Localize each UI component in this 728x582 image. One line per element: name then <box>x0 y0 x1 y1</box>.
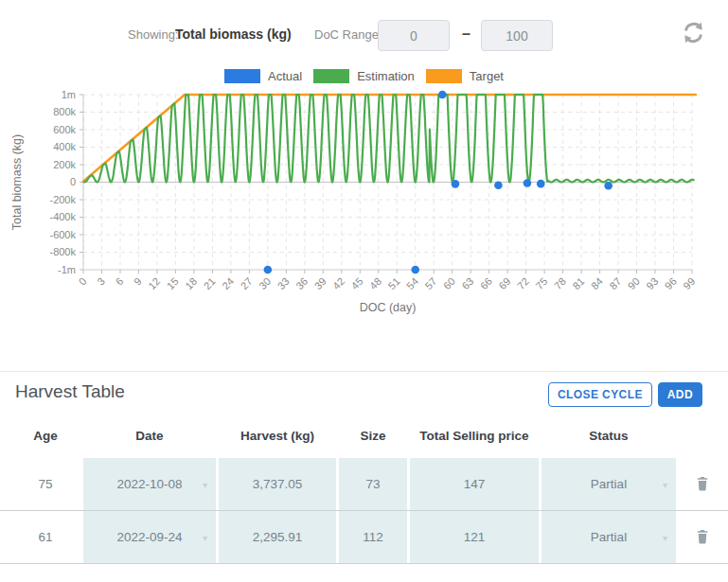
dropdown-caret-icon: ▾ <box>203 532 207 542</box>
svg-text:48: 48 <box>367 275 383 291</box>
svg-text:51: 51 <box>386 275 402 291</box>
svg-text:200k: 200k <box>53 159 76 170</box>
svg-text:Total biomass (kg): Total biomass (kg) <box>10 134 24 230</box>
chart-legend: Actual Estimation Target <box>0 69 728 83</box>
doc-range-to-input[interactable] <box>481 20 553 51</box>
add-button[interactable]: ADD <box>658 382 702 407</box>
svg-text:30: 30 <box>257 275 273 291</box>
biomass-chart: 0369121518212427303336394245485154576063… <box>0 87 728 324</box>
svg-text:1m: 1m <box>62 89 76 100</box>
legend-swatch-target <box>426 69 462 83</box>
header-total-selling-price: Total Selling price <box>410 414 539 458</box>
header-harvest: Harvest (kg) <box>219 414 336 458</box>
svg-text:800k: 800k <box>53 106 76 117</box>
svg-text:84: 84 <box>589 275 605 291</box>
svg-text:6: 6 <box>114 275 126 288</box>
svg-text:78: 78 <box>552 275 568 291</box>
table-header-row: Age Date Harvest (kg) Size Total Selling… <box>0 414 728 458</box>
svg-text:600k: 600k <box>53 124 76 135</box>
header-size: Size <box>339 414 407 458</box>
close-cycle-button[interactable]: CLOSE CYCLE <box>548 382 652 407</box>
svg-text:42: 42 <box>330 275 346 291</box>
svg-text:90: 90 <box>626 275 642 291</box>
legend-swatch-estimation <box>313 69 349 83</box>
header-age: Age <box>15 414 76 458</box>
dropdown-caret-icon: ▾ <box>203 479 207 489</box>
svg-text:99: 99 <box>681 275 697 291</box>
svg-text:-800k: -800k <box>49 246 76 257</box>
cell-size: 73 <box>339 458 407 510</box>
header-date: Date <box>83 414 216 458</box>
svg-text:93: 93 <box>644 275 660 291</box>
svg-text:60: 60 <box>441 275 457 291</box>
cell-total-selling-price: 121 <box>410 511 539 563</box>
section-divider <box>0 371 728 372</box>
svg-text:-200k: -200k <box>49 194 76 205</box>
svg-text:12: 12 <box>146 275 162 291</box>
svg-text:-400k: -400k <box>49 211 76 222</box>
trash-icon <box>694 474 711 493</box>
dropdown-caret-icon: ▾ <box>663 479 667 489</box>
delete-row-button[interactable] <box>693 527 712 548</box>
svg-text:69: 69 <box>496 275 512 291</box>
cell-total-selling-price: 147 <box>410 458 539 510</box>
svg-text:66: 66 <box>478 275 494 291</box>
showing-value: Total biomass (kg) <box>175 26 292 42</box>
legend-item-estimation: Estimation <box>313 69 415 83</box>
svg-text:45: 45 <box>349 275 365 291</box>
table-row: 75 2022-10-08▾ 3,737.05 73 147 Partial▾ <box>0 458 728 511</box>
legend-swatch-actual <box>224 69 260 83</box>
legend-label-target: Target <box>470 69 504 83</box>
harvest-actions: CLOSE CYCLE ADD <box>548 382 702 407</box>
svg-text:63: 63 <box>459 275 475 291</box>
range-dash: – <box>462 26 471 43</box>
harvest-table: Age Date Harvest (kg) Size Total Selling… <box>0 414 728 564</box>
doc-range-from-input[interactable] <box>378 20 450 51</box>
svg-text:81: 81 <box>570 275 586 291</box>
svg-text:400k: 400k <box>53 141 76 152</box>
svg-text:39: 39 <box>312 275 328 291</box>
svg-text:9: 9 <box>132 275 144 288</box>
svg-text:-1m: -1m <box>58 264 76 275</box>
svg-text:96: 96 <box>663 275 679 291</box>
trash-icon <box>694 527 711 546</box>
header-status: Status <box>542 414 676 458</box>
svg-text:3: 3 <box>95 275 107 288</box>
legend-label-actual: Actual <box>268 69 302 83</box>
doc-range-label: DoC Range: <box>314 27 382 42</box>
harvest-title: Harvest Table <box>15 381 125 402</box>
cell-age: 75 <box>15 458 76 510</box>
table-body: 75 2022-10-08▾ 3,737.05 73 147 Partial▾ <box>0 458 728 564</box>
svg-text:0: 0 <box>77 275 89 288</box>
cell-status-select[interactable]: Partial▾ <box>542 458 676 510</box>
cell-age: 61 <box>15 511 76 563</box>
svg-text:18: 18 <box>183 275 199 291</box>
delete-row-button[interactable] <box>693 474 712 495</box>
dropdown-caret-icon: ▾ <box>663 532 667 542</box>
table-row: 61 2022-09-24▾ 2,295.91 112 121 Partial▾ <box>0 511 728 564</box>
cell-size: 112 <box>339 511 407 563</box>
refresh-icon[interactable] <box>681 20 706 45</box>
cell-harvest: 2,295.91 <box>219 511 336 563</box>
svg-text:-600k: -600k <box>49 229 76 240</box>
svg-text:75: 75 <box>533 275 549 291</box>
svg-text:21: 21 <box>202 275 218 291</box>
cell-date-select[interactable]: 2022-10-08▾ <box>83 458 216 510</box>
svg-text:15: 15 <box>165 275 181 291</box>
cell-date-select[interactable]: 2022-09-24▾ <box>83 511 216 563</box>
dashboard-page: Showing: Total biomass (kg) DoC Range: –… <box>0 0 728 582</box>
svg-text:54: 54 <box>404 275 420 291</box>
svg-text:87: 87 <box>607 275 623 291</box>
svg-text:0: 0 <box>70 176 76 187</box>
legend-item-actual: Actual <box>224 69 302 83</box>
svg-text:36: 36 <box>293 275 310 291</box>
svg-text:33: 33 <box>275 275 292 291</box>
svg-text:72: 72 <box>515 275 531 291</box>
legend-label-estimation: Estimation <box>357 69 415 83</box>
cell-status-select[interactable]: Partial▾ <box>542 511 676 563</box>
svg-text:24: 24 <box>220 275 236 291</box>
svg-text:27: 27 <box>239 275 255 291</box>
cell-harvest: 3,737.05 <box>219 458 336 510</box>
legend-item-target: Target <box>426 69 504 83</box>
showing-label: Showing: <box>128 27 178 42</box>
